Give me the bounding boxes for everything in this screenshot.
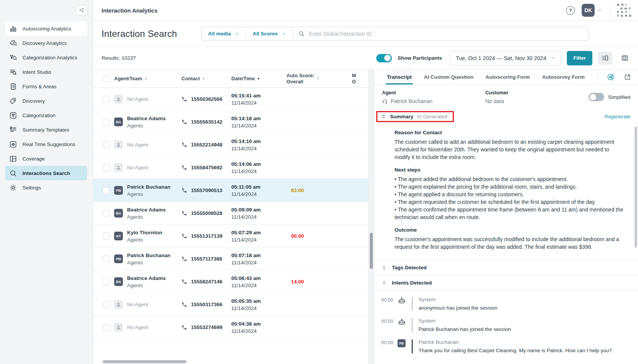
row-checkbox[interactable] xyxy=(103,164,110,171)
time-value: 05:04:38 am xyxy=(231,320,279,327)
date-value: 11/14/2024 xyxy=(231,145,279,152)
contact-cell: 15558475692 xyxy=(181,165,231,170)
row-checkbox[interactable] xyxy=(103,119,110,126)
row-checkbox[interactable] xyxy=(103,324,110,331)
media-filter-dropdown[interactable]: All media xyxy=(202,27,246,41)
sidebar-item-real-time-suggestions[interactable]: Real Time Suggestions xyxy=(5,137,87,151)
datetime-cell: 05:09:09 am11/14/2024 xyxy=(231,206,279,221)
row-checkbox[interactable] xyxy=(103,256,110,262)
date-value: 11/14/2024 xyxy=(231,99,279,106)
row-checkbox[interactable] xyxy=(103,210,110,217)
phone-icon xyxy=(181,324,187,330)
column-header-auto-score[interactable]: Auto Score: Overall ▾ xyxy=(279,73,325,85)
date-value: 11/14/2024 xyxy=(231,122,279,129)
row-checkbox[interactable] xyxy=(103,301,110,308)
table-row[interactable]: No Agent1555036256605:15:41 am11/14/2024 xyxy=(93,88,374,111)
headset-icon xyxy=(382,99,388,104)
person-icon xyxy=(116,302,121,307)
sidebar-item-intent-studio[interactable]: Intent Studio xyxy=(5,65,87,79)
sidebar-item-settings[interactable]: Settings xyxy=(5,180,87,195)
sidebar-item-discovery-analytics[interactable]: Discovery Analytics xyxy=(5,36,87,50)
table-row[interactable]: No Agent1555031736605:05:35 am11/14/2024 xyxy=(93,293,374,316)
tab-autosurvey-form[interactable]: Autosurvey Form xyxy=(541,70,586,84)
datetime-cell: 05:06:43 am11/14/2024 xyxy=(231,275,279,289)
sidebar-item-discovery[interactable]: Discovery xyxy=(5,94,87,108)
sidebar-item-autoscoring-analytics[interactable]: Autoscoring Analytics xyxy=(5,21,87,36)
toggle-knob xyxy=(590,94,596,100)
agent-team: Agents xyxy=(127,282,166,289)
table-horizontal-scrollbar[interactable] xyxy=(103,360,186,363)
sidebar-item-forms-areas[interactable]: Forms & Areas xyxy=(5,79,87,94)
column-header-contact[interactable]: Contact▾ xyxy=(181,76,231,81)
user-menu[interactable]: DK xyxy=(582,4,602,17)
brand-logo-line: T E R N xyxy=(617,14,632,18)
show-participants-toggle[interactable] xyxy=(376,54,392,62)
collapse-sidebar-button[interactable] xyxy=(76,5,88,15)
sidebar-item-summary-templates[interactable]: Summary Templates xyxy=(5,122,87,137)
select-all-checkbox[interactable] xyxy=(103,75,110,82)
summary-section-heading: Next steps xyxy=(395,167,624,173)
time-value: 05:07:18 am xyxy=(231,252,279,259)
agent-team: Agents xyxy=(127,259,170,266)
global-interaction-id-input[interactable] xyxy=(309,31,583,37)
section-tags-detected[interactable]: Tags Detected xyxy=(374,260,638,275)
tab-autoscoring-form[interactable]: Autoscoring Form xyxy=(484,70,531,84)
table-row[interactable]: BABeatrice AdamsAgents1555824714605:06:4… xyxy=(93,270,374,293)
table-row[interactable]: BABeatrice AdamsAgents1555500852805:09:0… xyxy=(93,202,374,225)
message-avatar xyxy=(398,297,407,311)
results-count: Results: 10237 xyxy=(102,55,136,61)
score-cell: 14.00 xyxy=(279,279,325,285)
columns-view-button[interactable] xyxy=(618,52,632,65)
table-row[interactable]: No Agent1555221494805:14:10 am11/14/2024 xyxy=(93,134,374,156)
column-header-truncated[interactable]: M O xyxy=(325,73,368,85)
scores-filter-dropdown[interactable]: All Scores xyxy=(246,27,293,41)
agent-info: Agent Patrick Buchanan xyxy=(382,90,485,104)
column-header-date-time[interactable]: Date/Time▾ xyxy=(231,76,279,81)
column-header-agent-team[interactable]: Agent/Team▾ xyxy=(114,76,181,81)
panel-scrollbar-thumb[interactable] xyxy=(635,127,637,248)
summary-bullet: The agent requested the customer be sche… xyxy=(395,198,624,206)
summary-paragraph: The customer's appointment was successfu… xyxy=(395,235,624,251)
row-checkbox[interactable] xyxy=(103,278,110,285)
scrollbar-thumb[interactable] xyxy=(370,233,373,269)
table-vertical-scrollbar[interactable] xyxy=(368,70,374,364)
table-row[interactable]: KTKylo ThorntonAgents1555131713905:07:29… xyxy=(93,225,374,248)
external-link-icon xyxy=(624,73,631,81)
row-checkbox[interactable] xyxy=(103,141,110,148)
table-row[interactable]: PBPatrick BuchananAgents1555709051305:11… xyxy=(93,179,374,202)
summary-header-highlight[interactable]: Summary AI Generated xyxy=(376,111,454,122)
share-button[interactable] xyxy=(607,73,615,81)
simplified-toggle[interactable] xyxy=(589,93,604,101)
table-row[interactable]: BABeatrice AdamsAgents1555563514205:14:1… xyxy=(93,111,374,134)
date-range-picker[interactable]: Tue, Oct 1 2024 — Sat, Nov 30 2024 xyxy=(450,51,561,65)
tab-ai-custom-question[interactable]: AI Custom Question xyxy=(423,70,474,84)
row-checkbox[interactable] xyxy=(103,96,110,103)
message-body: SystemPatrick Buchanan has joined the se… xyxy=(418,318,511,332)
table-row[interactable]: No Agent1555327469905:04:38 am11/14/2024 xyxy=(93,316,374,339)
contact-number: 15555635142 xyxy=(191,119,223,125)
sidebar-item-interactions-search[interactable]: Interactions Search xyxy=(5,166,87,180)
list-view-button[interactable] xyxy=(598,52,612,65)
regenerate-link[interactable]: Regenerate xyxy=(605,114,630,119)
funnel-box-icon xyxy=(9,111,17,119)
tab-transcript[interactable]: Transcript xyxy=(386,70,413,84)
table-row[interactable]: No Agent1555847569205:14:06 am11/14/2024 xyxy=(93,156,374,179)
sidebar-item-coverage[interactable]: Coverage xyxy=(5,151,87,166)
table-row[interactable]: PBPatrick BuchananAgents1555711738805:07… xyxy=(93,248,374,270)
message-text: anonymous has joined the session xyxy=(418,305,497,311)
sidebar-item-categorization[interactable]: Categorization xyxy=(5,108,87,122)
open-external-button[interactable] xyxy=(624,73,631,81)
agent-value: Patrick Buchanan xyxy=(382,98,485,104)
help-button[interactable]: ? xyxy=(566,6,575,15)
filter-button[interactable]: Filter xyxy=(567,51,592,65)
agent-team: Agents xyxy=(127,122,166,129)
sidebar-item-categorization-analytics[interactable]: Categorization Analytics xyxy=(5,50,87,65)
section-intents-detected[interactable]: Intents Detected xyxy=(374,275,638,291)
person-icon xyxy=(116,324,121,330)
gear-icon xyxy=(9,184,17,192)
message-avatar: PB xyxy=(398,339,407,353)
row-checkbox[interactable] xyxy=(103,233,110,240)
sidebar-item-label: Categorization Analytics xyxy=(22,55,77,60)
row-checkbox[interactable] xyxy=(103,187,110,194)
customer-label: Customer xyxy=(485,90,589,95)
